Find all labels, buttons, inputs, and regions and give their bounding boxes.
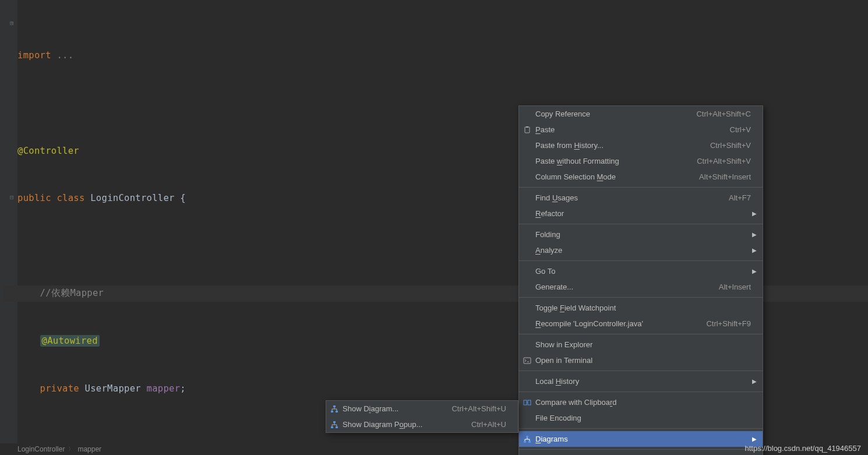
watermark-text: https://blog.csdn.net/qq_41946557 [745, 444, 862, 453]
svg-rect-12 [333, 421, 336, 423]
menu-item-shortcut: Ctrl+Alt+Shift+C [696, 110, 751, 118]
menu-item-recompile-logincontroller-java[interactable]: Recompile 'LoginController.java'Ctrl+Shi… [519, 316, 763, 331]
menu-item-generate[interactable]: Generate...Alt+Insert [519, 279, 763, 295]
fold-minus-icon[interactable]: ⊟ [10, 193, 16, 200]
menu-item-shortcut: Ctrl+Shift+V [710, 141, 751, 150]
menu-item-label: Recompile 'LoginController.java' [535, 319, 689, 328]
submenu-arrow-icon: ▶ [752, 210, 757, 217]
menu-item-diagrams[interactable]: Diagrams▶ [519, 431, 763, 447]
menu-item-label: File Encoding [535, 414, 751, 422]
svg-rect-0 [525, 127, 530, 133]
menu-item-label: Show in Explorer [535, 340, 751, 349]
svg-rect-11 [336, 411, 338, 412]
menu-item-label: Generate... [535, 283, 701, 291]
annotation-autowired: @Autowired [40, 335, 100, 347]
svg-rect-5 [526, 436, 528, 438]
menu-item-shortcut: Ctrl+V [730, 125, 751, 134]
menu-separator [519, 391, 763, 392]
svg-rect-2 [524, 358, 531, 364]
annotation: @Controller [17, 146, 79, 156]
menu-item-toggle-field-watchpoint[interactable]: Toggle Field Watchpoint [519, 300, 763, 316]
menu-item-label: Copy Reference [535, 110, 679, 118]
menu-separator [519, 297, 763, 298]
menu-item-label: Refactor [535, 209, 751, 218]
svg-rect-14 [336, 426, 338, 428]
breadcrumb-file[interactable]: LoginController [17, 445, 65, 453]
context-submenu-diagrams[interactable]: Show Diagram...Ctrl+Alt+Shift+UShow Diag… [326, 400, 518, 433]
menu-item-label: Paste from History... [535, 141, 693, 150]
menu-item-label: Analyze [535, 246, 751, 255]
menu-separator [519, 224, 763, 224]
compare-icon [523, 398, 532, 407]
menu-separator [519, 334, 763, 334]
submenu-arrow-icon: ▶ [752, 231, 757, 238]
svg-rect-3 [524, 400, 527, 405]
menu-separator [519, 187, 763, 188]
diagram-icon [330, 420, 339, 429]
svg-rect-7 [528, 441, 531, 443]
menu-item-label: Diagrams [535, 435, 751, 443]
menu-item-label: Column Selection Mode [535, 172, 682, 181]
submenu-arrow-icon: ▶ [752, 436, 757, 442]
menu-item-label: Open in Terminal [535, 356, 751, 365]
menu-separator [519, 371, 763, 371]
chevron-right-icon: 〉 [68, 445, 74, 453]
menu-item-label: Show Diagram... [343, 404, 434, 413]
menu-item-open-in-terminal[interactable]: Open in Terminal [519, 352, 763, 368]
svg-rect-1 [526, 126, 528, 128]
menu-item-label: Paste [535, 125, 712, 134]
menu-item-paste[interactable]: PasteCtrl+V [519, 122, 763, 137]
menu-item-find-usages[interactable]: Find UsagesAlt+F7 [519, 190, 763, 206]
menu-item-label: Find Usages [535, 193, 711, 202]
menu-item-file-encoding[interactable]: File Encoding [519, 410, 763, 426]
fold-plus-icon[interactable]: ⊞ [10, 19, 16, 26]
menu-item-shortcut: Alt+Shift+Insert [699, 172, 751, 181]
menu-item-show-diagram[interactable]: Show Diagram...Ctrl+Alt+Shift+U [326, 401, 518, 417]
menu-item-folding[interactable]: Folding▶ [519, 227, 763, 242]
context-menu[interactable]: Copy ReferenceCtrl+Alt+Shift+CPasteCtrl+… [518, 105, 763, 455]
fold-ellipsis[interactable]: ... [57, 50, 73, 61]
menu-item-column-selection-mode[interactable]: Column Selection ModeAlt+Shift+Insert [519, 169, 763, 185]
terminal-icon [523, 356, 532, 365]
submenu-arrow-icon: ▶ [752, 247, 757, 253]
menu-item-refactor[interactable]: Refactor▶ [519, 206, 763, 221]
menu-separator [519, 428, 763, 429]
menu-item-label: Folding [535, 230, 751, 239]
menu-item-paste-without-formatting[interactable]: Paste without FormattingCtrl+Alt+Shift+V [519, 153, 763, 169]
menu-item-shortcut: Alt+F7 [729, 193, 751, 202]
svg-rect-13 [331, 426, 333, 428]
breadcrumb[interactable]: LoginController 〉 mapper [17, 443, 101, 455]
menu-item-show-in-explorer[interactable]: Show in Explorer [519, 337, 763, 352]
menu-item-shortcut: Alt+Insert [719, 283, 751, 291]
menu-item-label: Paste without Formatting [535, 157, 679, 165]
menu-item-show-diagram-popup[interactable]: Show Diagram Popup...Ctrl+Alt+U [326, 417, 518, 432]
keyword-import: import [17, 50, 57, 61]
menu-item-local-history[interactable]: Local History▶ [519, 373, 763, 389]
menu-separator [519, 449, 763, 450]
diagram-icon [330, 404, 339, 414]
comment: //依赖Mapper [40, 288, 104, 298]
diagram-icon [523, 435, 532, 444]
submenu-arrow-icon: ▶ [752, 378, 757, 385]
submenu-arrow-icon: ▶ [752, 268, 757, 274]
menu-item-copy-reference[interactable]: Copy ReferenceCtrl+Alt+Shift+C [519, 106, 763, 122]
breadcrumb-member[interactable]: mapper [77, 445, 101, 453]
menu-item-label: Local History [535, 377, 751, 386]
menu-item-shortcut: Ctrl+Alt+U [471, 420, 506, 429]
menu-item-shortcut: Ctrl+Shift+F9 [706, 319, 751, 328]
menu-item-analyze[interactable]: Analyze▶ [519, 242, 763, 258]
menu-separator [519, 260, 763, 261]
menu-item-paste-from-history[interactable]: Paste from History...Ctrl+Shift+V [519, 137, 763, 153]
clipboard-icon [523, 125, 532, 135]
svg-rect-9 [333, 405, 336, 407]
menu-item-label: Go To [535, 267, 751, 276]
svg-rect-10 [331, 411, 333, 412]
menu-item-label: Compare with Clipboard [535, 398, 751, 407]
menu-item-label: Toggle Field Watchpoint [535, 304, 751, 312]
menu-item-go-to[interactable]: Go To▶ [519, 263, 763, 279]
menu-item-compare-with-clipboard[interactable]: Compare with Clipboard [519, 394, 763, 410]
svg-rect-4 [528, 400, 531, 405]
menu-item-create-gist[interactable]: Create Gist... [519, 452, 763, 455]
menu-item-label: Show Diagram Popup... [343, 420, 454, 429]
menu-item-shortcut: Ctrl+Alt+Shift+V [697, 157, 751, 165]
